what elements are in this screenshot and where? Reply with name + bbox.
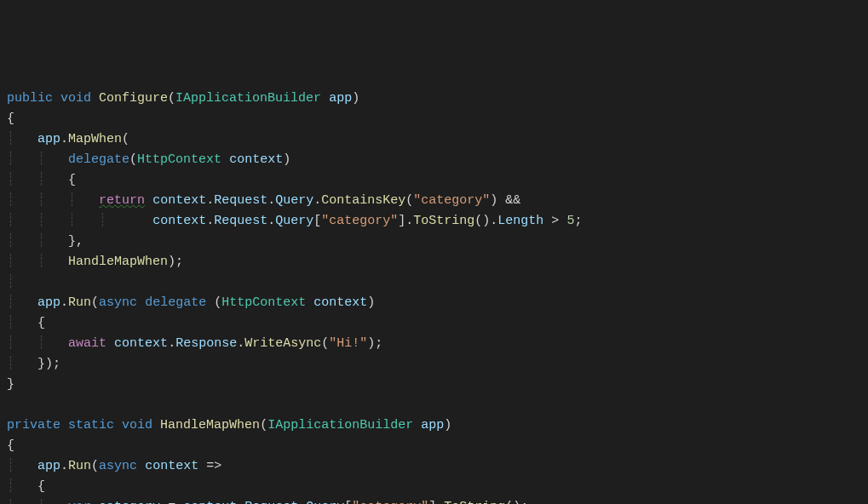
param-context: context	[313, 295, 367, 310]
paren-open: (	[91, 459, 99, 473]
code-line: ┊ ┊ ┊ return context.Request.Query.Conta…	[7, 193, 520, 208]
prop-length: Length	[497, 214, 543, 228]
method-run: Run	[68, 459, 91, 473]
prop-query: Query	[275, 214, 313, 228]
param-app: app	[421, 418, 444, 432]
method-writeasync: WriteAsync	[244, 336, 321, 351]
code-line: ┊ ┊ {	[7, 173, 76, 187]
code-line: public void Configure(IApplicationBuilde…	[7, 91, 359, 106]
dot: .	[60, 132, 68, 146]
code-line: ┊ ┊ HandleMapWhen);	[7, 255, 183, 269]
keyword-delegate: delegate	[68, 152, 129, 167]
op-assign: =	[160, 500, 183, 504]
op-gt: >	[543, 214, 566, 228]
keyword-void: void	[60, 91, 91, 106]
paren-pair: ()	[474, 214, 490, 228]
paren-close: )	[490, 193, 497, 208]
code-line: ┊ ┊ ┊ ┊ context.Request.Query["category"…	[7, 214, 582, 228]
dot: .	[436, 500, 444, 504]
arrow: =>	[198, 459, 221, 473]
brace-open: {	[37, 316, 45, 330]
dot: .	[267, 193, 275, 208]
keyword-delegate: delegate	[145, 295, 206, 310]
prop-request: Request	[214, 193, 267, 208]
string-literal: "category"	[352, 500, 428, 504]
string-literal: "Hi!"	[329, 336, 367, 351]
method-run: Run	[68, 295, 91, 310]
paren-close: );	[168, 255, 183, 269]
dot: .	[490, 214, 497, 228]
keyword-await: await	[68, 336, 106, 351]
paren-close: )	[283, 152, 290, 167]
brace-open: {	[7, 112, 14, 126]
local-category: category	[99, 500, 160, 504]
paren-open: (	[206, 295, 221, 310]
type-httpcontext: HttpContext	[221, 295, 306, 310]
keyword-static: static	[68, 418, 114, 432]
brace-close: }	[7, 377, 14, 392]
brace-open: {	[37, 479, 45, 494]
method-handlemapwhen: HandleMapWhen	[68, 255, 168, 269]
keyword-private: private	[7, 418, 60, 432]
dot: .	[237, 336, 244, 351]
bracket-open: [	[344, 500, 352, 504]
keyword-var: var	[68, 500, 91, 504]
local-app: app	[37, 459, 60, 473]
code-line: ┊ });	[7, 357, 60, 371]
paren-open: (	[91, 295, 99, 310]
code-line: ┊ ┊ delegate(HttpContext context)	[7, 152, 290, 167]
code-line: {	[7, 438, 14, 453]
brace-close: },	[68, 234, 83, 249]
code-line: }	[7, 377, 14, 392]
code-editor[interactable]: public void Configure(IApplicationBuilde…	[7, 89, 861, 504]
method-handlemapwhen: HandleMapWhen	[160, 418, 260, 432]
type-iappbuilder: IApplicationBuilder	[267, 418, 413, 432]
param-context: context	[145, 459, 198, 473]
local-context: context	[152, 193, 206, 208]
type-iappbuilder: IApplicationBuilder	[175, 91, 321, 106]
blank-line	[7, 398, 14, 412]
string-literal: "category"	[321, 214, 398, 228]
method-configure: Configure	[99, 91, 168, 106]
paren-close: )	[352, 91, 359, 106]
code-line: ┊ ┊ await context.Response.WriteAsync("H…	[7, 336, 382, 351]
dot: .	[206, 214, 214, 228]
keyword-void: void	[122, 418, 152, 432]
prop-response: Response	[175, 336, 237, 351]
bracket-open: [	[313, 214, 321, 228]
local-context: context	[183, 500, 237, 504]
string-literal: "category"	[413, 193, 490, 208]
brace-open: {	[7, 438, 14, 453]
prop-query: Query	[275, 193, 313, 208]
dot: .	[237, 500, 244, 504]
dot: .	[298, 500, 306, 504]
code-line: ┊ {	[7, 479, 45, 494]
dot: .	[313, 193, 321, 208]
local-context: context	[152, 214, 206, 228]
brace-close: });	[37, 357, 60, 371]
code-line: ┊ {	[7, 316, 45, 330]
code-line: ┊ ┊ var category = context.Request.Query…	[7, 500, 528, 504]
brace-open: {	[68, 173, 76, 187]
param-context: context	[229, 152, 283, 167]
dot: .	[206, 193, 214, 208]
keyword-async: async	[99, 459, 137, 473]
dot: .	[60, 459, 68, 473]
paren-open: (	[321, 336, 329, 351]
paren-close: )	[367, 295, 375, 310]
local-app: app	[37, 132, 60, 146]
code-line: ┊ app.MapWhen(	[7, 132, 129, 146]
dot: .	[168, 336, 175, 351]
bracket-close: ]	[428, 500, 436, 504]
bracket-close: ]	[398, 214, 405, 228]
paren-open: (	[129, 152, 137, 167]
method-tostring: ToString	[413, 214, 474, 228]
code-line: ┊ app.Run(async context =>	[7, 459, 221, 473]
paren-open: (	[168, 91, 175, 106]
method-tostring: ToString	[444, 500, 505, 504]
param-app: app	[329, 91, 352, 106]
keyword-return: return	[99, 193, 145, 208]
keyword-public: public	[7, 91, 53, 106]
code-line: {	[7, 112, 14, 126]
paren-open: (	[122, 132, 129, 146]
